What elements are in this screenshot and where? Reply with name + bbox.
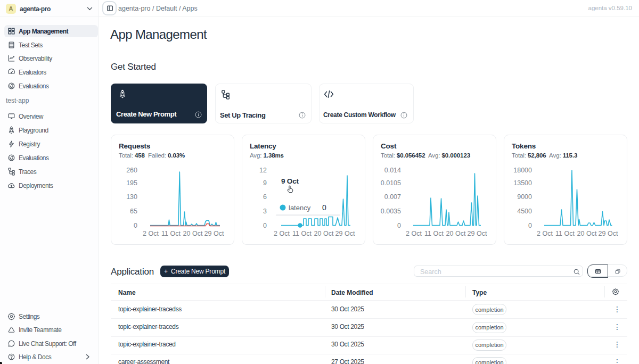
svg-text:29 Oct: 29 Oct bbox=[468, 230, 487, 237]
svg-text:0.007: 0.007 bbox=[384, 193, 401, 201]
svg-text:29 Oct: 29 Oct bbox=[204, 230, 224, 237]
svg-text:0: 0 bbox=[134, 222, 137, 229]
svg-text:130: 130 bbox=[126, 193, 137, 201]
svg-text:11 Oct: 11 Oct bbox=[424, 230, 444, 237]
svg-text:0.0105: 0.0105 bbox=[381, 179, 401, 187]
svg-text:2 Oct: 2 Oct bbox=[274, 230, 290, 237]
svg-text:0: 0 bbox=[263, 222, 267, 229]
svg-text:9000: 9000 bbox=[517, 193, 532, 201]
svg-text:260: 260 bbox=[126, 167, 137, 174]
svg-text:20 Oct: 20 Oct bbox=[577, 230, 597, 237]
svg-text:13500: 13500 bbox=[513, 179, 532, 187]
svg-text:2 Oct: 2 Oct bbox=[143, 230, 159, 237]
svg-text:18000: 18000 bbox=[513, 167, 532, 174]
svg-text:4500: 4500 bbox=[517, 208, 532, 215]
svg-text:0.014: 0.014 bbox=[384, 167, 401, 174]
svg-text:3: 3 bbox=[263, 208, 267, 215]
svg-text:0: 0 bbox=[528, 222, 532, 229]
svg-text:9 Oct: 9 Oct bbox=[281, 177, 299, 185]
svg-text:0: 0 bbox=[397, 222, 401, 229]
svg-text:195: 195 bbox=[126, 179, 137, 187]
svg-text:29 Oct: 29 Oct bbox=[335, 230, 355, 237]
svg-text:11 Oct: 11 Oct bbox=[161, 230, 181, 237]
svg-text:20 Oct: 20 Oct bbox=[446, 230, 466, 237]
svg-text:11 Oct: 11 Oct bbox=[555, 230, 575, 237]
svg-text:0: 0 bbox=[322, 203, 326, 212]
svg-text:65: 65 bbox=[130, 208, 137, 215]
svg-text:6: 6 bbox=[263, 193, 267, 201]
svg-text:11 Oct: 11 Oct bbox=[292, 230, 312, 237]
svg-text:29 Oct: 29 Oct bbox=[599, 230, 618, 237]
svg-text:2 Oct: 2 Oct bbox=[537, 230, 553, 237]
svg-text:0.0035: 0.0035 bbox=[381, 208, 401, 215]
svg-text:latency: latency bbox=[289, 204, 311, 212]
svg-text:12: 12 bbox=[259, 167, 267, 174]
svg-text:20 Oct: 20 Oct bbox=[183, 230, 203, 237]
svg-text:2 Oct: 2 Oct bbox=[406, 230, 422, 237]
svg-text:9: 9 bbox=[263, 179, 267, 187]
svg-text:20 Oct: 20 Oct bbox=[314, 230, 334, 237]
